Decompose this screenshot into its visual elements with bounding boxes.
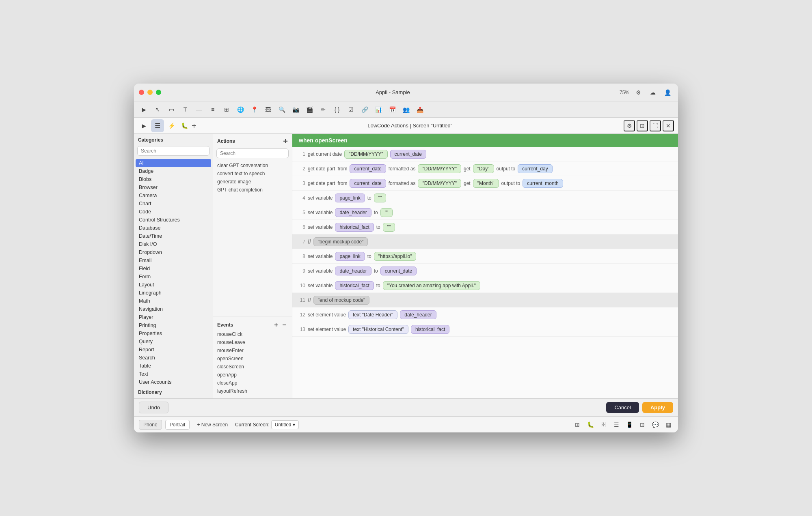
table-row[interactable]: 1get current date"DD/MM/YYYY"current_dat… — [292, 147, 678, 161]
layers-icon[interactable]: ☰ — [151, 119, 164, 132]
cancel-button[interactable]: Cancel — [606, 402, 639, 413]
cloud-icon[interactable]: ☁ — [647, 87, 659, 98]
list-icon[interactable]: ☰ — [611, 420, 621, 430]
code-chip[interactable]: current_date — [380, 267, 417, 275]
line2-icon[interactable]: ≡ — [207, 104, 218, 115]
portrait-tab[interactable]: Portrait — [165, 420, 190, 430]
pin-icon[interactable]: 📍 — [248, 104, 260, 115]
event-item[interactable]: closeApp — [216, 379, 289, 387]
code-chip[interactable]: historical_fact — [411, 325, 449, 334]
table-row[interactable]: 10set variablehistorical_factto"You crea… — [292, 278, 678, 293]
category-item[interactable]: Layout — [136, 281, 211, 289]
device-icon[interactable]: 📱 — [624, 420, 634, 430]
category-item[interactable]: Report — [136, 346, 211, 354]
code-chip[interactable]: "DD/MM/YYYY" — [344, 150, 388, 159]
category-item[interactable]: Email — [136, 256, 211, 264]
calendar-icon[interactable]: 📅 — [387, 104, 398, 115]
code-chip[interactable]: current_date — [350, 164, 386, 173]
code-chip[interactable]: page_link — [335, 252, 365, 261]
action-item[interactable]: generate image — [216, 178, 289, 186]
category-item[interactable]: AI — [136, 159, 211, 167]
table-row[interactable]: 8set variablepage_linkto"https://appli.i… — [292, 249, 678, 264]
edit-icon[interactable]: ✏ — [317, 104, 329, 115]
chart-icon[interactable]: 📊 — [373, 104, 384, 115]
category-item[interactable]: Table — [136, 362, 211, 370]
code-chip[interactable]: date_header — [335, 267, 371, 275]
code-chip[interactable]: date_header — [400, 310, 436, 319]
code-chip[interactable]: "" — [383, 223, 395, 232]
camera-icon[interactable]: 📷 — [290, 104, 301, 115]
code-chip[interactable]: current_date — [350, 179, 386, 188]
category-item[interactable]: Browser — [136, 183, 211, 191]
table-row[interactable]: 9set variabledate_headertocurrent_date — [292, 264, 678, 278]
grid-icon[interactable]: ⊞ — [572, 420, 582, 430]
event-item[interactable]: openScreen — [216, 355, 289, 363]
code-chip[interactable]: "You created an amazing app with Appli." — [383, 281, 480, 290]
action-item[interactable]: GPT chat completion — [216, 186, 289, 194]
code-chip[interactable]: "" — [374, 194, 387, 202]
add-action-button[interactable]: + — [283, 137, 288, 145]
category-item[interactable]: Text — [136, 370, 211, 378]
undo-button[interactable]: Undo — [139, 402, 168, 413]
category-item[interactable]: Math — [136, 297, 211, 305]
category-item[interactable]: Badge — [136, 167, 211, 175]
code-chip[interactable]: current_date — [390, 150, 426, 159]
category-item[interactable]: Code — [136, 208, 211, 216]
code-chip[interactable]: "DD/MM/YYYY" — [418, 179, 461, 188]
code-chip[interactable]: "" — [380, 208, 393, 217]
add-button[interactable]: + — [192, 122, 197, 130]
category-item[interactable]: Control Structures — [136, 216, 211, 224]
check-icon[interactable]: ☑ — [345, 104, 356, 115]
category-item[interactable]: Chart — [136, 200, 211, 208]
user-icon[interactable]: 👤 — [662, 87, 673, 98]
table-row[interactable]: 12set element valuetext "Date Header"dat… — [292, 307, 678, 322]
category-item[interactable]: Player — [136, 313, 211, 321]
link-icon[interactable]: 🔗 — [359, 104, 370, 115]
bug-icon[interactable]: 🐛 — [179, 120, 190, 131]
image-icon[interactable]: 🖼 — [262, 104, 274, 115]
action-item[interactable]: convert text to speech — [216, 170, 289, 178]
line-icon[interactable]: — — [193, 104, 205, 115]
category-item[interactable]: Blobs — [136, 175, 211, 183]
bug2-icon[interactable]: 🐛 — [585, 420, 595, 430]
category-item[interactable]: Printing — [136, 321, 211, 329]
table-row[interactable]: 7//"begin mockup code" — [292, 234, 678, 249]
event-item[interactable]: openApp — [216, 371, 289, 379]
screen-name-dropdown[interactable]: Untitled ▾ — [271, 420, 299, 429]
chat-icon[interactable]: 💬 — [650, 420, 660, 430]
minimize-window-button[interactable] — [147, 90, 153, 95]
code-chip[interactable]: historical_fact — [335, 281, 374, 290]
table-row[interactable]: 5set variabledate_headerto"" — [292, 205, 678, 220]
code-chip[interactable]: text "Date Header" — [348, 310, 397, 319]
code-chip[interactable]: page_link — [335, 194, 365, 202]
table-row[interactable]: 3get date partfromcurrent_dateformatted … — [292, 176, 678, 191]
code-chip[interactable]: "https://appli.io" — [374, 252, 417, 261]
fullscreen-icon[interactable]: ⛶ — [650, 120, 661, 131]
comment-chip[interactable]: "end of mockup code" — [313, 296, 370, 305]
add-event-button[interactable]: + — [272, 321, 280, 329]
actions-search-input[interactable] — [216, 148, 289, 158]
settings-icon[interactable]: ⚙ — [633, 87, 644, 98]
qr-icon[interactable]: ⊡ — [637, 420, 647, 430]
category-item[interactable]: Dropdown — [136, 248, 211, 256]
category-item[interactable]: User Accounts — [136, 378, 211, 386]
maximize-window-button[interactable] — [156, 90, 161, 95]
category-item[interactable]: Field — [136, 264, 211, 273]
code-chip[interactable]: date_header — [335, 208, 371, 217]
rect-icon[interactable]: ▭ — [166, 104, 177, 115]
code-chip[interactable]: text "Historical Content" — [348, 325, 408, 334]
cursor-icon[interactable]: ↖ — [152, 104, 163, 115]
event-item[interactable]: mouseClick — [216, 330, 289, 338]
code-chip[interactable]: historical_fact — [335, 223, 374, 232]
table-row[interactable]: 6set variablehistorical_factto"" — [292, 220, 678, 234]
actions-icon[interactable]: ⚡ — [166, 120, 177, 131]
table-row[interactable]: 11//"end of mockup code" — [292, 293, 678, 307]
code-chip[interactable]: "Month" — [473, 179, 499, 188]
category-item[interactable]: Form — [136, 273, 211, 281]
category-item[interactable]: Query — [136, 338, 211, 346]
apply-button[interactable]: Apply — [642, 402, 673, 413]
globe-icon[interactable]: 🌐 — [235, 104, 246, 115]
code-chip[interactable]: current_month — [523, 179, 563, 188]
table-icon[interactable]: ⊞ — [221, 104, 232, 115]
text-icon[interactable]: T — [179, 104, 191, 115]
